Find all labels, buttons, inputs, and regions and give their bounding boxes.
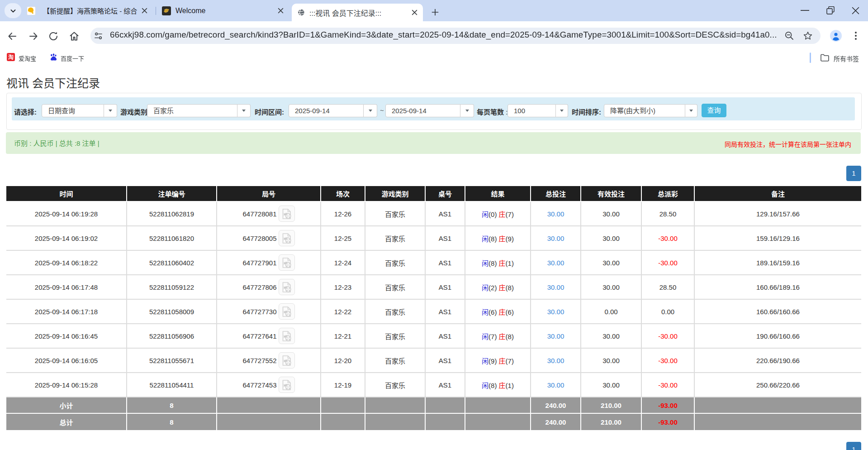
svg-text:淘: 淘 — [8, 53, 14, 61]
